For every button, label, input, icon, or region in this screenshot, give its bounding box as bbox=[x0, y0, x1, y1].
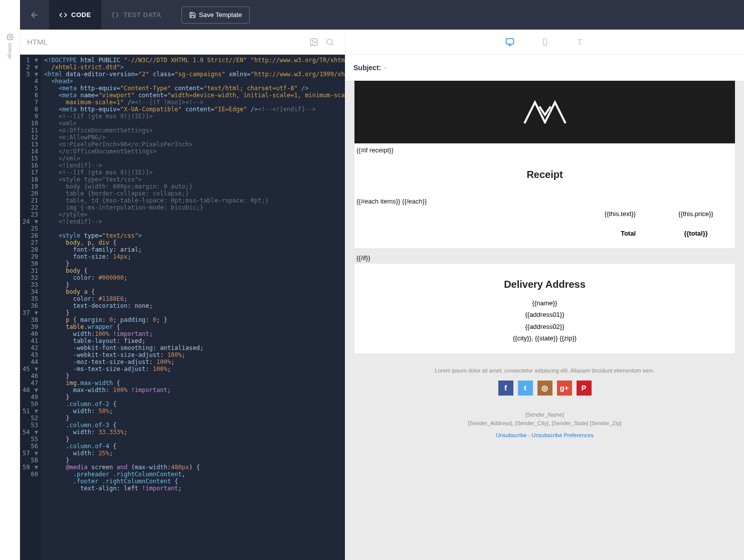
social-facebook-icon[interactable]: f bbox=[498, 381, 513, 396]
mobile-icon bbox=[541, 38, 549, 46]
topbar: CODE {} TEST DATA Save Template bbox=[20, 0, 744, 30]
address-title: Delivery Address bbox=[363, 279, 726, 290]
editor-gutter: 1 ▼2 ▼3 ▼4567891011121314151617181920212… bbox=[20, 55, 41, 560]
svg-rect-5 bbox=[506, 39, 513, 44]
editor-title: HTML bbox=[27, 38, 48, 46]
subject-label: Subject: bbox=[353, 64, 381, 72]
save-icon bbox=[189, 12, 196, 19]
address-line1: {{address01}} bbox=[363, 309, 726, 320]
footer-text: Lorem ipsum dolor sit amet, consectetur … bbox=[364, 367, 725, 374]
preview-toolbar: T bbox=[345, 30, 744, 55]
subject-value: - bbox=[384, 64, 387, 72]
desktop-icon bbox=[505, 38, 514, 47]
item-text: {{this.text}} bbox=[363, 210, 666, 218]
item-price: {{this.price}} bbox=[666, 210, 726, 218]
preview-body[interactable]: {{#if receipt}} Receipt {{#each items}} … bbox=[345, 81, 744, 560]
address-line2: {{address02}} bbox=[363, 321, 726, 332]
receipt-title: Receipt bbox=[363, 169, 726, 180]
svg-point-2 bbox=[312, 40, 313, 41]
address-city-state-zip: {{city}}, {{state}} {{zip}} bbox=[363, 332, 726, 344]
braces-icon: {} bbox=[111, 11, 120, 19]
sender-name: [Sender_Name] bbox=[364, 411, 725, 420]
editor-code[interactable]: <!DOCTYPE html PUBLIC "-//W3C//DTD XHTML… bbox=[41, 55, 345, 560]
handlebars-if: {{#if receipt}} bbox=[354, 143, 735, 157]
legal-separator: - bbox=[526, 432, 531, 438]
address-name: {{name}} bbox=[363, 297, 726, 309]
email-footer: Lorem ipsum dolor sit amet, consectetur … bbox=[354, 353, 735, 454]
tab-testdata-label: TEST DATA bbox=[123, 11, 161, 19]
image-icon bbox=[309, 38, 318, 47]
address-block: Delivery Address {{name}} {{address01}} … bbox=[354, 264, 735, 353]
unsubscribe-link[interactable]: Unsubscribe bbox=[496, 432, 526, 438]
image-button[interactable] bbox=[306, 34, 322, 50]
tab-code[interactable]: CODE bbox=[49, 0, 101, 30]
back-button[interactable] bbox=[20, 0, 49, 30]
tab-test-data[interactable]: {} TEST DATA bbox=[101, 0, 171, 30]
sender-address: [Sender_Address], [Sender_City], [Sender… bbox=[364, 419, 725, 428]
tab-code-label: CODE bbox=[71, 11, 91, 19]
social-google-plus-icon[interactable]: g+ bbox=[557, 381, 572, 396]
handlebars-endif: {{/if}} bbox=[354, 248, 735, 264]
social-pinterest-icon[interactable]: P bbox=[577, 381, 592, 396]
code-editor[interactable]: 1 ▼2 ▼3 ▼4567891011121314151617181920212… bbox=[20, 55, 345, 560]
editor-header: HTML bbox=[20, 30, 345, 55]
receipt-block: Receipt bbox=[354, 157, 735, 195]
editor-pane: HTML 1 ▼2 ▼3 ▼45678910111213141516171819… bbox=[20, 30, 345, 560]
settings-rail-label: Settings bbox=[8, 43, 13, 59]
receipt-item-row: {{this.text}} {{this.price}} bbox=[363, 210, 726, 218]
receipt-total-row: Total {{total}} bbox=[363, 230, 726, 237]
search-icon bbox=[325, 38, 334, 47]
social-twitter-icon[interactable]: t bbox=[518, 381, 533, 396]
svg-point-3 bbox=[327, 39, 332, 45]
legal-block: [Sender_Name] [Sender_Address], [Sender_… bbox=[364, 411, 725, 440]
gear-icon bbox=[7, 34, 14, 41]
save-template-button[interactable]: Save Template bbox=[181, 7, 250, 24]
total-label: Total bbox=[363, 230, 666, 237]
svg-point-0 bbox=[9, 36, 11, 38]
unsubscribe-prefs-link[interactable]: Unsubscribe Preferences bbox=[531, 432, 594, 438]
email-template: {{#if receipt}} Receipt {{#each items}} … bbox=[354, 81, 735, 353]
social-instagram-icon[interactable]: ◎ bbox=[537, 381, 552, 396]
subject-bar: Subject: - bbox=[345, 55, 744, 81]
handlebars-each: {{#each items}} {{/each}} bbox=[354, 195, 735, 208]
total-value: {{total}} bbox=[666, 230, 726, 237]
text-view-button[interactable]: T bbox=[574, 36, 586, 48]
text-icon: T bbox=[578, 38, 583, 47]
hero-logo-icon bbox=[520, 100, 570, 125]
desktop-view-button[interactable] bbox=[504, 36, 516, 48]
settings-rail[interactable]: Settings bbox=[0, 0, 20, 560]
save-button-label: Save Template bbox=[199, 11, 242, 19]
code-icon bbox=[59, 11, 67, 19]
search-button[interactable] bbox=[322, 34, 338, 50]
hero-banner bbox=[354, 81, 735, 143]
preview-pane: T Subject: - {{#if receipt}} bbox=[345, 30, 744, 560]
social-icons: ft◎g+P bbox=[364, 381, 725, 396]
mobile-view-button[interactable] bbox=[539, 36, 551, 48]
svg-line-4 bbox=[331, 44, 333, 45]
arrow-left-icon bbox=[30, 10, 40, 20]
